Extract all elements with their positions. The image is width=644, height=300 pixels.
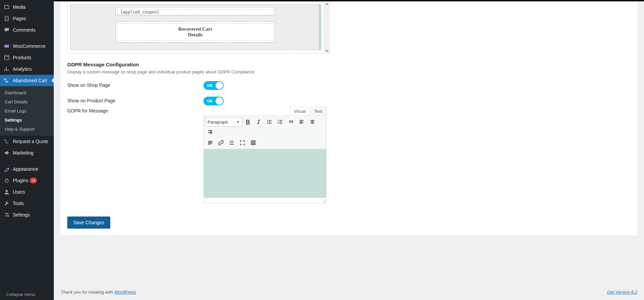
- blockquote-button[interactable]: [286, 117, 296, 127]
- sidebar-item-label: Plugins: [13, 178, 28, 183]
- align-justify-button[interactable]: [205, 138, 215, 147]
- bold-button[interactable]: [243, 117, 253, 127]
- submenu-item-dashboard[interactable]: Dashboard: [0, 88, 54, 97]
- sidebar-item-label: Tools: [13, 201, 24, 206]
- toggle-on-text: ON: [207, 97, 213, 105]
- submenu-item-help-support[interactable]: Help & Support: [0, 125, 54, 134]
- toggle-on-text: ON: [207, 81, 213, 90]
- sidebar-item-marketing[interactable]: Marketing: [0, 147, 54, 159]
- elex-icon: [3, 138, 10, 145]
- product-toggle-label: Show on Product Page: [67, 97, 203, 103]
- link-button[interactable]: [216, 138, 226, 147]
- product-page-toggle[interactable]: ON: [203, 97, 224, 105]
- numbered-list-button[interactable]: 123: [275, 117, 285, 127]
- sidebar-item-products[interactable]: Products: [0, 52, 54, 63]
- template-box-line1: Recovered Cart: [119, 26, 272, 32]
- gdpr-editor: Visual Text Paragraph ▼: [203, 107, 327, 204]
- sidebar-item-appearance[interactable]: Appearance: [0, 163, 54, 175]
- sidebar-item-label: Comments: [13, 27, 36, 33]
- sidebar-item-media[interactable]: Media: [0, 1, 54, 13]
- editor-toolbar: Paragraph ▼ 123: [204, 116, 326, 149]
- products-icon: [3, 54, 10, 61]
- submenu-item-cart-details[interactable]: Cart Details: [0, 97, 54, 106]
- pages-icon: [3, 15, 10, 22]
- woo-icon: [3, 43, 10, 49]
- menu-separator: [0, 159, 54, 163]
- menu-separator: [0, 36, 54, 40]
- sidebar-item-label: Pages: [13, 16, 26, 21]
- settings-icon: [3, 211, 10, 218]
- footer-version-link[interactable]: Get Version 6.2: [607, 290, 637, 295]
- collapse-menu[interactable]: Collapse menu: [0, 289, 54, 300]
- sidebar-item-analytics[interactable]: Analytics: [0, 63, 54, 75]
- sidebar-item-woocommerce[interactable]: WooCommerce: [0, 40, 54, 52]
- sidebar-item-abandoned[interactable]: Abandoned Cart: [0, 75, 54, 86]
- media-icon: [3, 4, 10, 10]
- svg-point-3: [267, 123, 268, 124]
- sidebar-item-label: Appearance: [13, 166, 38, 172]
- sidebar-item-label: Users: [13, 189, 25, 195]
- align-right-button[interactable]: [205, 127, 215, 137]
- comments-icon: [3, 27, 10, 33]
- appearance-icon: [3, 166, 10, 172]
- collapse-menu-label: Collapse menu: [6, 292, 35, 297]
- caret-down-icon: ▼: [236, 120, 242, 124]
- read-more-button[interactable]: [227, 138, 237, 147]
- plugins-icon: [3, 177, 10, 184]
- sidebar-item-plugins[interactable]: Plugins14: [0, 175, 54, 186]
- footer-thanks: Thank you for creating with: [61, 290, 114, 295]
- sidebar-item-pages[interactable]: Pages: [0, 13, 54, 24]
- submenu-item-settings[interactable]: Settings: [0, 115, 54, 125]
- sidebar-item-label: Products: [13, 55, 31, 60]
- gdpr-description: Display a custom message on shop page an…: [67, 69, 631, 74]
- sidebar-item-tools[interactable]: Tools: [0, 198, 54, 209]
- sidebar-item-label: Marketing: [13, 150, 33, 156]
- format-select-value: Paragraph: [207, 120, 228, 125]
- save-button[interactable]: Save Changes: [67, 216, 110, 229]
- sidebar-item-label: Settings: [13, 212, 30, 218]
- shop-toggle-label: Show on Shop Page: [67, 81, 203, 88]
- editor-content[interactable]: [204, 149, 326, 198]
- shop-page-toggle[interactable]: ON: [203, 81, 224, 90]
- sidebar-item-quote[interactable]: Request a Quote: [0, 136, 54, 147]
- svg-text:3: 3: [278, 122, 279, 124]
- align-center-button[interactable]: [307, 117, 317, 127]
- sidebar-item-users[interactable]: Users: [0, 186, 54, 198]
- svg-point-2: [267, 122, 268, 122]
- editor-tab-visual[interactable]: Visual: [290, 107, 310, 115]
- sidebar-item-label: Request a Quote: [13, 139, 48, 144]
- template-scrollbar[interactable]: [324, 2, 329, 53]
- users-icon: [3, 189, 10, 195]
- bullet-list-button[interactable]: [264, 117, 274, 127]
- format-select[interactable]: Paragraph ▼: [205, 117, 242, 127]
- gdpr-title: GDPR Message Configuration: [67, 62, 631, 67]
- marketing-icon: [3, 149, 10, 156]
- sidebar-item-label: Media: [13, 4, 26, 10]
- update-badge: 14: [30, 177, 37, 184]
- toolbar-toggle-button[interactable]: [248, 138, 258, 147]
- align-left-button[interactable]: [297, 117, 307, 127]
- svg-point-1: [267, 120, 268, 121]
- elex-icon: [3, 77, 10, 84]
- sidebar-item-label: Abandoned Cart: [13, 78, 47, 83]
- editor-resize-grip[interactable]: [322, 199, 326, 203]
- template-box-line2: Details: [119, 32, 272, 38]
- italic-button[interactable]: [254, 117, 264, 127]
- email-template-preview: [applied_coupon] Recovered Cart Details: [67, 1, 330, 54]
- sidebar-item-settings[interactable]: Settings: [0, 209, 54, 221]
- gdpr-message-label: GDPR for Message: [67, 107, 203, 113]
- footer-wordpress-link[interactable]: WordPress: [114, 290, 136, 295]
- analytics-icon: [3, 66, 10, 72]
- fullscreen-button[interactable]: [237, 138, 248, 147]
- submenu-item-email-logs[interactable]: Email Logs: [0, 106, 54, 115]
- template-placeholder-token: [applied_coupon]: [117, 9, 273, 15]
- tools-icon: [3, 200, 10, 207]
- editor-tab-text[interactable]: Text: [310, 107, 327, 115]
- admin-sidebar: MediaPagesCommentsWooCommerceProductsAna…: [0, 0, 54, 300]
- sidebar-item-label: WooCommerce: [13, 43, 45, 49]
- template-resize-grip[interactable]: [325, 49, 329, 52]
- sidebar-item-comments[interactable]: Comments: [0, 24, 54, 36]
- sidebar-item-label: Analytics: [13, 66, 32, 72]
- admin-footer: Thank you for creating with WordPress. G…: [54, 284, 644, 300]
- abandoned-cart-submenu: DashboardCart DetailsEmail LogsSettingsH…: [0, 86, 54, 136]
